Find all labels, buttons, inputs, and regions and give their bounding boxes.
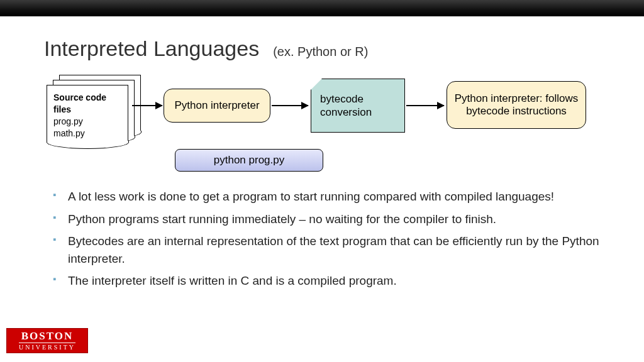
source-files-stack: Source code files prog.py math.py	[47, 75, 141, 144]
bullet-item: A lot less work is done to get a program…	[53, 188, 600, 206]
source-files-text: Source code files prog.py math.py	[47, 85, 128, 146]
bullet-item: Bytecodes are an internal representation…	[53, 233, 600, 267]
arrow-icon	[132, 105, 162, 106]
flow-diagram: Source code files prog.py math.py Python…	[47, 75, 600, 175]
file-page-front: Source code files prog.py math.py	[47, 85, 128, 143]
source-file-1: prog.py	[53, 116, 83, 126]
command-box: python prog.py	[175, 149, 323, 172]
source-files-heading: Source code files	[53, 92, 106, 114]
slide-subtitle: (ex. Python or R)	[273, 45, 368, 59]
slide-title: Interpreted Languages	[44, 36, 259, 61]
arrow-icon	[272, 105, 308, 106]
bullet-list: A lot less work is done to get a program…	[53, 188, 600, 290]
arrow-icon	[406, 105, 444, 106]
interpreter-box: Python interpreter	[164, 89, 270, 123]
logo-line1: BOSTON	[21, 331, 74, 341]
top-bar	[0, 0, 644, 16]
boston-university-logo: BOSTON UNIVERSITY	[6, 328, 88, 353]
title-row: Interpreted Languages (ex. Python or R)	[44, 36, 600, 61]
source-file-2: math.py	[53, 128, 85, 138]
bytecode-label: bytecode conversion	[320, 92, 404, 119]
bullet-item: The interpreter itself is written in C a…	[53, 272, 600, 290]
logo-line2: UNIVERSITY	[19, 343, 75, 351]
bullet-item: Python programs start running immediatel…	[53, 211, 600, 228]
slide-content: Interpreted Languages (ex. Python or R) …	[0, 16, 644, 290]
interpreter-follows-box: Python interpreter: follows bytecode ins…	[447, 81, 586, 129]
bytecode-box: bytecode conversion	[311, 79, 405, 133]
